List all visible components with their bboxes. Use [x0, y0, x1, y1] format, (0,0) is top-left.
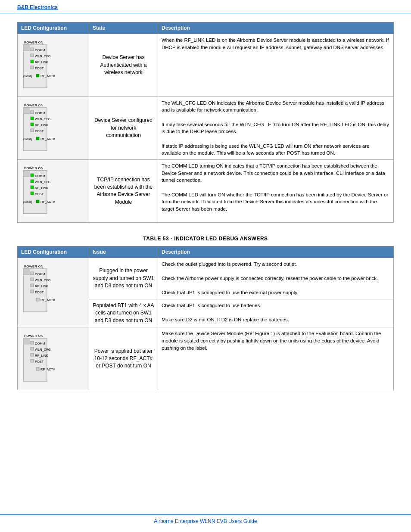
- svg-rect-60: [31, 347, 34, 350]
- svg-text:RF_LINK: RF_LINK: [35, 123, 48, 127]
- desc-p1-r3: The COMM LED turning ON indicates that a…: [162, 162, 390, 184]
- desc-d2-p1: Check that JP1 is configured to use batt…: [162, 302, 390, 309]
- led-config-cell-d3: POWER ON COMM WLN_CFG RF_LINK POST: [18, 327, 89, 390]
- svg-text:RF_LINK: RF_LINK: [35, 354, 48, 358]
- svg-rect-31: [31, 174, 34, 177]
- table-row: POWER ON COMM WLN_CFG RF_LINK: [18, 96, 394, 159]
- svg-rect-5: [31, 54, 34, 57]
- state-cell-2: Device Server configured for network com…: [89, 96, 158, 159]
- svg-text:RF_ACT#: RF_ACT#: [40, 137, 55, 141]
- col-state: State: [89, 22, 158, 34]
- svg-rect-16: [23, 108, 29, 114]
- desc-p2-r3: The COMM LED will turn ON whether the TC…: [162, 191, 390, 213]
- led-svg-d3: POWER ON COMM WLN_CFG RF_LINK POST: [22, 332, 84, 383]
- state-cell-3: TCP/IP connection has been established w…: [89, 160, 158, 223]
- svg-text:WLN_CFG: WLN_CFG: [35, 117, 51, 121]
- led-config-cell-2: POWER ON COMM WLN_CFG RF_LINK: [18, 96, 89, 159]
- desc-d1-p1: Check the outlet plugged into is powered…: [162, 261, 390, 268]
- svg-text:COMM: COMM: [35, 272, 45, 276]
- svg-rect-37: [31, 192, 34, 195]
- svg-rect-40: [36, 200, 39, 203]
- led-svg-3: POWER ON COMM WLN_CFG RF_LINK: [22, 164, 84, 216]
- svg-rect-23: [31, 129, 34, 132]
- svg-text:POWER ON: POWER ON: [24, 334, 44, 338]
- desc-p1: The WLN_CFG LED ON indicates the Airborn…: [162, 100, 390, 114]
- table-row: POWER ON COMM WLN_CFG RF_LINK: [18, 160, 394, 223]
- desc-d3-p1: Make sure the Device Server Module (Ref …: [162, 330, 390, 352]
- state-text-3: TCP/IP connection has been established w…: [94, 177, 153, 205]
- desc-text-1: When the RF_LINK LED is on the Airborne …: [162, 37, 389, 50]
- page-content: LED Configuration State Description POWE…: [0, 13, 411, 412]
- page-header: B&B Electronics: [0, 0, 411, 13]
- svg-rect-64: [31, 359, 34, 362]
- led-svg-d1: POWER ON COMM WLN_CFG RF_LINK POST: [22, 262, 84, 314]
- table-row: POWER ON COMM WLN_CFG RF_LINK POST: [18, 258, 394, 299]
- desc-cell-3: The COMM LED turning ON indicates that a…: [158, 160, 394, 223]
- svg-rect-35: [31, 186, 34, 189]
- brand-link[interactable]: B&B Electronics: [17, 4, 58, 10]
- svg-text:WLN_CFG: WLN_CFG: [35, 180, 51, 184]
- led-diagram-d3: POWER ON COMM WLN_CFG RF_LINK POST: [21, 330, 85, 387]
- footer-text: Airborne Enterprise WLNN EVB Users Guide: [154, 518, 257, 524]
- svg-text:(Solid): (Solid): [23, 200, 32, 204]
- desc-d1-p3: Check that JP1 is configured to use the …: [162, 289, 390, 296]
- col-led-config: LED Configuration: [18, 22, 89, 34]
- svg-rect-9: [31, 66, 34, 69]
- desc-p3: If static IP addressing is being used th…: [162, 143, 390, 157]
- svg-rect-66: [36, 367, 39, 370]
- svg-rect-47: [31, 278, 34, 281]
- table-row: POWER ON COMM WLN_CFG: [18, 34, 394, 97]
- desc-d1-p2: Check the Airborne power supply is conne…: [162, 275, 390, 282]
- svg-text:POWER ON: POWER ON: [24, 103, 44, 107]
- svg-rect-53: [36, 298, 39, 301]
- svg-rect-12: [36, 74, 39, 77]
- svg-rect-21: [31, 123, 34, 126]
- led-debug-table: LED Configuration Issue Description POWE…: [17, 246, 394, 390]
- svg-text:RF_ACT#: RF_ACT#: [40, 367, 55, 371]
- svg-text:POWER ON: POWER ON: [24, 40, 44, 44]
- svg-text:RF_ACT#: RF_ACT#: [40, 298, 55, 302]
- table-row: POWER ON COMM WLN_CFG RF_LINK POST: [18, 327, 394, 390]
- state-cell-1: Device Server has Authenticated with a w…: [89, 34, 158, 97]
- led-diagram-3: POWER ON COMM WLN_CFG RF_LINK: [21, 162, 85, 220]
- led-svg-2: POWER ON COMM WLN_CFG RF_LINK: [22, 101, 84, 153]
- svg-rect-17: [31, 111, 34, 114]
- svg-text:POWER ON: POWER ON: [24, 264, 44, 268]
- svg-text:POST: POST: [35, 192, 44, 196]
- led-diagram-1: POWER ON COMM WLN_CFG: [21, 37, 85, 94]
- svg-rect-3: [31, 48, 34, 51]
- led-config-cell-1: POWER ON COMM WLN_CFG: [18, 34, 89, 97]
- led-config-table: LED Configuration State Description POWE…: [17, 22, 394, 223]
- desc-cell-1: When the RF_LINK LED is on the Airborne …: [158, 34, 394, 97]
- svg-rect-7: [31, 60, 34, 63]
- svg-rect-26: [36, 137, 39, 140]
- col2-led-config: LED Configuration: [18, 246, 89, 258]
- issue-text-d1: Plugged in the power supply and turned o…: [93, 268, 154, 289]
- led-diagram-2: POWER ON COMM WLN_CFG RF_LINK: [21, 100, 85, 157]
- svg-text:POST: POST: [35, 290, 44, 294]
- svg-text:RF_LINK: RF_LINK: [35, 60, 48, 64]
- col-description: Description: [158, 22, 394, 34]
- desc-d2-p2: Make sure D2 is not ON. If D2 is ON repl…: [162, 316, 390, 324]
- svg-rect-33: [31, 180, 34, 183]
- desc-cell-d1: Check the outlet plugged into is powered…: [158, 258, 394, 299]
- svg-text:POST: POST: [35, 129, 44, 133]
- svg-text:COMM: COMM: [35, 174, 45, 178]
- svg-rect-58: [31, 341, 34, 344]
- led-diagram-d1: POWER ON COMM WLN_CFG RF_LINK POST: [21, 261, 85, 318]
- svg-rect-2: [23, 45, 29, 51]
- svg-rect-30: [23, 171, 29, 177]
- svg-text:POST: POST: [35, 360, 44, 364]
- svg-text:WLN_CFG: WLN_CFG: [35, 54, 51, 58]
- svg-text:RF_ACT#: RF_ACT#: [40, 74, 55, 78]
- issue-text-d3: Power is applied but after 10-12 seconds…: [94, 348, 153, 369]
- col2-description: Description: [158, 246, 394, 258]
- desc-p2: It may take several seconds for the WLN_…: [162, 121, 390, 135]
- svg-rect-45: [31, 272, 34, 275]
- desc-cell-2: The WLN_CFG LED ON indicates the Airborn…: [158, 96, 394, 159]
- led-svg-1: POWER ON COMM WLN_CFG: [22, 38, 84, 90]
- desc-cell-d3: Make sure the Device Server Module (Ref …: [158, 327, 394, 390]
- desc-cell-d2: Check that JP1 is configured to use batt…: [158, 299, 394, 327]
- page-footer: Airborne Enterprise WLNN EVB Users Guide: [0, 514, 411, 524]
- svg-text:(Solid): (Solid): [23, 75, 32, 78]
